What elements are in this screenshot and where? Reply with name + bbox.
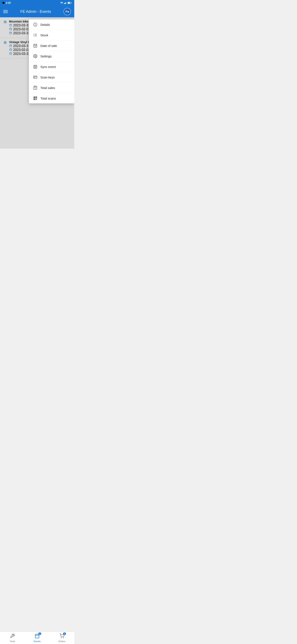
menu-item-total-sales-label: Total sales	[40, 86, 55, 90]
menu-item-date-of-sale[interactable]: Date of sale	[29, 40, 74, 51]
svg-rect-6	[71, 2, 72, 3]
scan-card-icon	[33, 75, 37, 80]
status-dot	[2, 2, 4, 4]
battery-icon	[68, 2, 72, 4]
calendar-check-icon	[33, 43, 37, 48]
menu-item-date-of-sale-label: Date of sale	[40, 44, 57, 48]
list-icon	[33, 33, 37, 37]
menu-item-stock-label: Stock	[40, 34, 48, 37]
menu-item-total-scans[interactable]: Total scans	[29, 93, 74, 104]
info-icon	[33, 22, 37, 27]
svg-rect-7	[68, 2, 70, 4]
user-avatar-button[interactable]: Fa	[63, 8, 71, 15]
menu-item-details[interactable]: Details	[29, 20, 74, 30]
sync-calendar-icon	[33, 64, 37, 69]
main-content: Mountain bike "Steep hill" 2... 2023-03-…	[0, 17, 74, 148]
context-menu: Details Stock	[29, 20, 74, 104]
settings-gear-icon	[33, 54, 37, 58]
svg-rect-1	[64, 3, 64, 4]
page-title: FE Admin - Events	[20, 10, 51, 14]
menu-item-scan-keys[interactable]: Scan keys	[29, 72, 74, 82]
svg-rect-50	[34, 76, 37, 78]
menu-item-sync-event[interactable]: Sync event	[29, 62, 74, 72]
shopping-basket-icon	[33, 86, 37, 90]
svg-rect-3	[65, 2, 66, 4]
status-right	[60, 2, 72, 4]
svg-rect-59	[34, 99, 35, 100]
svg-point-45	[35, 56, 36, 57]
wifi-icon	[60, 2, 63, 4]
qr-scan-icon	[33, 96, 37, 100]
status-bar: 3:25	[0, 0, 74, 6]
menu-item-sync-event-label: Sync event	[40, 65, 56, 68]
svg-point-0	[61, 4, 62, 4]
status-left: 3:25	[2, 2, 11, 4]
menu-item-settings[interactable]: Settings	[29, 51, 74, 62]
svg-rect-58	[36, 97, 36, 98]
menu-item-scan-keys-label: Scan keys	[40, 76, 55, 79]
menu-item-total-sales[interactable]: Total sales	[29, 82, 74, 93]
svg-rect-57	[34, 97, 35, 98]
menu-item-stock[interactable]: Stock	[29, 30, 74, 40]
svg-rect-41	[34, 44, 37, 47]
menu-item-total-scans-label: Total scans	[40, 96, 56, 100]
status-time: 3:25	[6, 2, 11, 4]
menu-item-settings-label: Settings	[40, 54, 51, 58]
menu-item-details-label: Details	[40, 23, 50, 26]
svg-rect-2	[64, 3, 65, 4]
app-bar: FE Admin - Events Fa	[0, 6, 74, 17]
svg-rect-4	[66, 2, 66, 4]
hamburger-menu-button[interactable]	[3, 10, 8, 13]
signal-icon	[64, 2, 67, 4]
